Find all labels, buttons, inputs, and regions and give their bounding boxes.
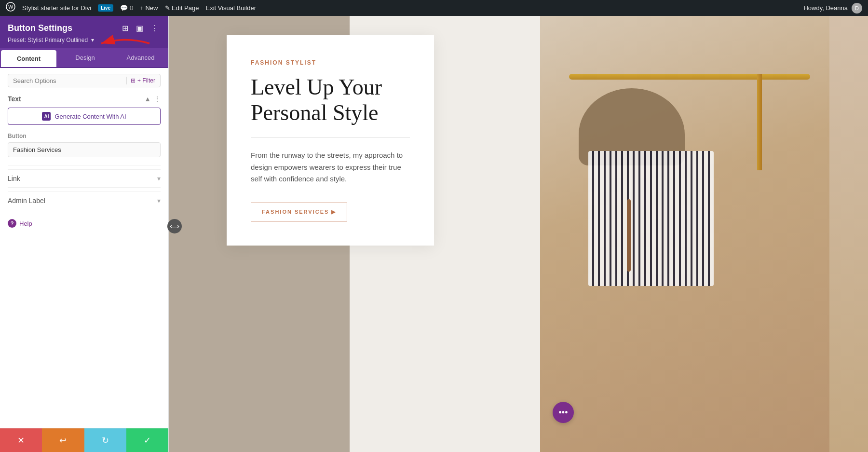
separator-1 (8, 165, 161, 165)
card-description: From the runway to the streets, my appro… (251, 150, 410, 185)
text-section-collapse[interactable]: ▲ (144, 95, 151, 103)
site-name[interactable]: Stylist starter site for Divi (22, 4, 91, 12)
white-card: FASHION STYLIST Level Up Your Personal S… (227, 35, 434, 246)
three-dots-icon: ••• (559, 408, 568, 418)
search-bar: ⊞ + Filter (8, 74, 161, 87)
card-divider (251, 137, 410, 138)
admin-label-chevron-icon: ▾ (157, 197, 161, 205)
admin-bar: W Stylist starter site for Divi Live 💬 0… (0, 0, 868, 16)
filter-button[interactable]: ⊞ + Filter (131, 77, 155, 84)
svg-text:W: W (8, 4, 14, 10)
screenshot-icon[interactable]: ⊞ (120, 23, 130, 34)
cancel-button[interactable]: ✕ (0, 428, 42, 452)
button-section-label: Button (8, 133, 161, 139)
left-panel: Button Settings ⊞ ▣ ⋮ Preset: Stylist Pr… (0, 16, 169, 452)
panel-header: Button Settings ⊞ ▣ ⋮ Preset: Stylist Pr… (0, 16, 168, 48)
rack-stand (757, 74, 762, 170)
fashion-photo (540, 16, 829, 452)
card-title: Level Up Your Personal Style (251, 75, 410, 126)
chevron-down-icon: ▾ (91, 37, 94, 43)
ai-icon: AI (42, 112, 51, 121)
panel-body: ⊞ + Filter Text ▲ ⋮ AI Generate Content … (0, 68, 168, 428)
exit-builder-button[interactable]: Exit Visual Builder (206, 4, 257, 12)
bottom-bar: ✕ ↩ ↻ ✓ (0, 428, 168, 452)
filter-divider (126, 77, 127, 84)
fashion-services-cta[interactable]: FASHION SERVICES ▶ (251, 203, 347, 221)
text-section-header: Text ▲ ⋮ (8, 95, 161, 103)
tab-content[interactable]: Content (1, 50, 56, 67)
panel-tabs: Content Design Advanced (0, 48, 168, 68)
card-eyebrow: FASHION STYLIST (251, 59, 410, 66)
help-icon: ? (8, 219, 16, 228)
striped-shirt (588, 151, 714, 286)
more-options-icon[interactable]: ⋮ (149, 23, 161, 34)
undo-button[interactable]: ↩ (42, 428, 84, 452)
comment-icon: 💬 (120, 4, 128, 12)
save-button[interactable]: ✓ (126, 428, 168, 452)
ai-generate-button[interactable]: AI Generate Content With AI (8, 108, 161, 125)
section-controls: ▲ ⋮ (144, 95, 161, 103)
panel-header-icons: ⊞ ▣ ⋮ (120, 23, 161, 34)
text-section-title: Text (8, 95, 21, 103)
new-button[interactable]: + New (140, 4, 158, 12)
avatar: D (852, 3, 862, 14)
rack-bar (569, 74, 810, 80)
tab-design[interactable]: Design (57, 48, 113, 67)
admin-label-section[interactable]: Admin Label ▾ (8, 192, 161, 209)
help-button[interactable]: ? Help (8, 219, 32, 228)
drag-handle[interactable]: ⟺ (167, 219, 182, 233)
tab-advanced[interactable]: Advanced (113, 48, 168, 67)
filter-icon: ⊞ (131, 77, 136, 84)
text-section-menu[interactable]: ⋮ (154, 95, 161, 103)
edit-page-button[interactable]: ✎ Edit Page (165, 4, 199, 12)
link-section[interactable]: Link ▾ (8, 169, 161, 187)
layout-icon[interactable]: ▣ (134, 23, 145, 34)
howdy-label: Howdy, Deanna (803, 4, 848, 12)
search-input[interactable] (13, 77, 122, 84)
wp-logo-icon: W (6, 2, 15, 14)
live-badge: Live (98, 4, 113, 12)
right-partial-image (829, 16, 868, 452)
button-text-input[interactable] (8, 142, 161, 157)
bag-strap (627, 199, 631, 272)
comments-link[interactable]: 💬 0 (120, 4, 133, 12)
separator-2 (8, 187, 161, 188)
main-layout: Button Settings ⊞ ▣ ⋮ Preset: Stylist Pr… (0, 0, 868, 452)
panel-title: Button Settings (8, 23, 72, 33)
preset-label[interactable]: Preset: Stylist Primary Outlined ▾ (8, 37, 161, 43)
link-chevron-icon: ▾ (157, 175, 161, 182)
content-area: FASHION STYLIST Level Up Your Personal S… (169, 16, 868, 452)
redo-button[interactable]: ↻ (84, 428, 126, 452)
floating-menu-button[interactable]: ••• (553, 402, 574, 423)
